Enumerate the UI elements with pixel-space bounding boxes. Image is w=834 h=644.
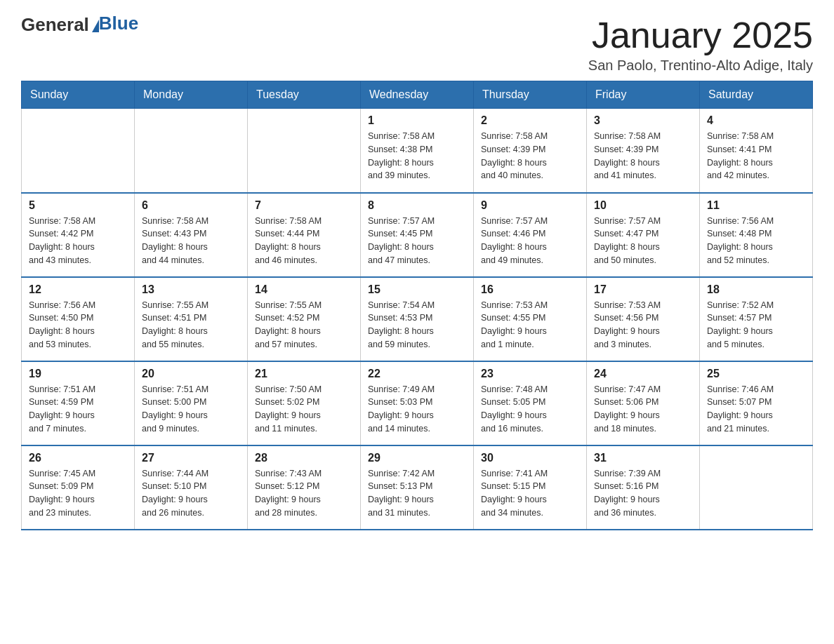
day-info: Sunrise: 7:51 AM Sunset: 4:59 PM Dayligh… (29, 383, 127, 436)
title-block: January 2025 San Paolo, Trentino-Alto Ad… (588, 14, 813, 74)
day-number: 20 (142, 368, 240, 380)
day-info: Sunrise: 7:51 AM Sunset: 5:00 PM Dayligh… (142, 383, 240, 436)
calendar-header-sunday: Sunday (22, 81, 135, 109)
calendar-day-11: 11Sunrise: 7:56 AM Sunset: 4:48 PM Dayli… (700, 193, 813, 277)
day-number: 3 (594, 114, 692, 127)
day-number: 1 (368, 114, 466, 127)
calendar-week-row: 19Sunrise: 7:51 AM Sunset: 4:59 PM Dayli… (22, 361, 813, 445)
day-info: Sunrise: 7:42 AM Sunset: 5:13 PM Dayligh… (368, 467, 466, 520)
day-info: Sunrise: 7:48 AM Sunset: 5:05 PM Dayligh… (481, 383, 579, 436)
calendar-day-30: 30Sunrise: 7:41 AM Sunset: 5:15 PM Dayli… (474, 445, 587, 530)
calendar-day-9: 9Sunrise: 7:57 AM Sunset: 4:46 PM Daylig… (474, 193, 587, 277)
day-number: 22 (368, 368, 466, 380)
calendar-day-31: 31Sunrise: 7:39 AM Sunset: 5:16 PM Dayli… (587, 445, 700, 530)
day-number: 11 (707, 199, 805, 212)
calendar-day-15: 15Sunrise: 7:54 AM Sunset: 4:53 PM Dayli… (361, 277, 474, 361)
location-subtitle: San Paolo, Trentino-Alto Adige, Italy (588, 58, 813, 74)
day-number: 4 (707, 114, 805, 127)
calendar-day-17: 17Sunrise: 7:53 AM Sunset: 4:56 PM Dayli… (587, 277, 700, 361)
calendar-day-10: 10Sunrise: 7:57 AM Sunset: 4:47 PM Dayli… (587, 193, 700, 277)
day-info: Sunrise: 7:53 AM Sunset: 4:55 PM Dayligh… (481, 299, 579, 351)
calendar-day-empty (248, 109, 361, 193)
day-info: Sunrise: 7:57 AM Sunset: 4:46 PM Dayligh… (481, 215, 579, 267)
calendar-header-friday: Friday (587, 81, 700, 109)
day-info: Sunrise: 7:56 AM Sunset: 4:50 PM Dayligh… (29, 299, 127, 351)
day-number: 29 (368, 452, 466, 464)
day-number: 12 (29, 283, 127, 296)
calendar-day-22: 22Sunrise: 7:49 AM Sunset: 5:03 PM Dayli… (361, 361, 474, 445)
day-number: 6 (142, 199, 240, 212)
day-info: Sunrise: 7:58 AM Sunset: 4:38 PM Dayligh… (368, 130, 466, 182)
day-info: Sunrise: 7:58 AM Sunset: 4:44 PM Dayligh… (255, 215, 353, 267)
day-info: Sunrise: 7:44 AM Sunset: 5:10 PM Dayligh… (142, 467, 240, 520)
day-number: 15 (368, 283, 466, 296)
calendar-day-empty (135, 109, 248, 193)
day-info: Sunrise: 7:56 AM Sunset: 4:48 PM Dayligh… (707, 215, 805, 267)
calendar-header-wednesday: Wednesday (361, 81, 474, 109)
calendar-day-2: 2Sunrise: 7:58 AM Sunset: 4:39 PM Daylig… (474, 109, 587, 193)
calendar-header-thursday: Thursday (474, 81, 587, 109)
calendar-day-19: 19Sunrise: 7:51 AM Sunset: 4:59 PM Dayli… (22, 361, 135, 445)
day-number: 14 (255, 283, 353, 296)
calendar-day-18: 18Sunrise: 7:52 AM Sunset: 4:57 PM Dayli… (700, 277, 813, 361)
calendar-day-21: 21Sunrise: 7:50 AM Sunset: 5:02 PM Dayli… (248, 361, 361, 445)
calendar-day-7: 7Sunrise: 7:58 AM Sunset: 4:44 PM Daylig… (248, 193, 361, 277)
day-number: 30 (481, 452, 579, 464)
calendar-day-12: 12Sunrise: 7:56 AM Sunset: 4:50 PM Dayli… (22, 277, 135, 361)
calendar-table: SundayMondayTuesdayWednesdayThursdayFrid… (21, 81, 813, 530)
day-info: Sunrise: 7:47 AM Sunset: 5:06 PM Dayligh… (594, 383, 692, 436)
calendar-day-8: 8Sunrise: 7:57 AM Sunset: 4:45 PM Daylig… (361, 193, 474, 277)
calendar-day-23: 23Sunrise: 7:48 AM Sunset: 5:05 PM Dayli… (474, 361, 587, 445)
day-info: Sunrise: 7:53 AM Sunset: 4:56 PM Dayligh… (594, 299, 692, 351)
calendar-header-saturday: Saturday (700, 81, 813, 109)
day-number: 16 (481, 283, 579, 296)
day-number: 19 (29, 368, 127, 380)
calendar-day-1: 1Sunrise: 7:58 AM Sunset: 4:38 PM Daylig… (361, 109, 474, 193)
day-info: Sunrise: 7:58 AM Sunset: 4:39 PM Dayligh… (594, 130, 692, 182)
page-header: General Blue January 2025 San Paolo, Tre… (21, 14, 813, 74)
day-number: 13 (142, 283, 240, 296)
day-number: 27 (142, 452, 240, 464)
day-info: Sunrise: 7:57 AM Sunset: 4:45 PM Dayligh… (368, 215, 466, 267)
calendar-day-29: 29Sunrise: 7:42 AM Sunset: 5:13 PM Dayli… (361, 445, 474, 530)
day-info: Sunrise: 7:55 AM Sunset: 4:51 PM Dayligh… (142, 299, 240, 351)
calendar-day-3: 3Sunrise: 7:58 AM Sunset: 4:39 PM Daylig… (587, 109, 700, 193)
calendar-day-4: 4Sunrise: 7:58 AM Sunset: 4:41 PM Daylig… (700, 109, 813, 193)
day-number: 24 (594, 368, 692, 380)
calendar-week-row: 12Sunrise: 7:56 AM Sunset: 4:50 PM Dayli… (22, 277, 813, 361)
calendar-day-5: 5Sunrise: 7:58 AM Sunset: 4:42 PM Daylig… (22, 193, 135, 277)
day-info: Sunrise: 7:52 AM Sunset: 4:57 PM Dayligh… (707, 299, 805, 351)
calendar-day-27: 27Sunrise: 7:44 AM Sunset: 5:10 PM Dayli… (135, 445, 248, 530)
day-number: 8 (368, 199, 466, 212)
day-number: 28 (255, 452, 353, 464)
day-info: Sunrise: 7:50 AM Sunset: 5:02 PM Dayligh… (255, 383, 353, 436)
calendar-day-14: 14Sunrise: 7:55 AM Sunset: 4:52 PM Dayli… (248, 277, 361, 361)
day-info: Sunrise: 7:58 AM Sunset: 4:43 PM Dayligh… (142, 215, 240, 267)
day-number: 31 (594, 452, 692, 464)
calendar-header-monday: Monday (135, 81, 248, 109)
calendar-day-28: 28Sunrise: 7:43 AM Sunset: 5:12 PM Dayli… (248, 445, 361, 530)
calendar-header-tuesday: Tuesday (248, 81, 361, 109)
logo-triangle-icon (92, 20, 99, 32)
day-number: 10 (594, 199, 692, 212)
day-info: Sunrise: 7:58 AM Sunset: 4:39 PM Dayligh… (481, 130, 579, 182)
day-number: 18 (707, 283, 805, 296)
calendar-day-16: 16Sunrise: 7:53 AM Sunset: 4:55 PM Dayli… (474, 277, 587, 361)
calendar-day-empty (22, 109, 135, 193)
day-number: 17 (594, 283, 692, 296)
logo: General Blue (21, 14, 138, 36)
month-title: January 2025 (588, 14, 813, 56)
day-number: 9 (481, 199, 579, 212)
calendar-day-20: 20Sunrise: 7:51 AM Sunset: 5:00 PM Dayli… (135, 361, 248, 445)
day-number: 25 (707, 368, 805, 380)
day-info: Sunrise: 7:46 AM Sunset: 5:07 PM Dayligh… (707, 383, 805, 436)
calendar-day-24: 24Sunrise: 7:47 AM Sunset: 5:06 PM Dayli… (587, 361, 700, 445)
calendar-day-empty (700, 445, 813, 530)
calendar-day-13: 13Sunrise: 7:55 AM Sunset: 4:51 PM Dayli… (135, 277, 248, 361)
day-info: Sunrise: 7:55 AM Sunset: 4:52 PM Dayligh… (255, 299, 353, 351)
day-info: Sunrise: 7:39 AM Sunset: 5:16 PM Dayligh… (594, 467, 692, 520)
logo-general-text: General (21, 14, 89, 36)
calendar-week-row: 1Sunrise: 7:58 AM Sunset: 4:38 PM Daylig… (22, 109, 813, 193)
calendar-header-row: SundayMondayTuesdayWednesdayThursdayFrid… (22, 81, 813, 109)
day-number: 21 (255, 368, 353, 380)
